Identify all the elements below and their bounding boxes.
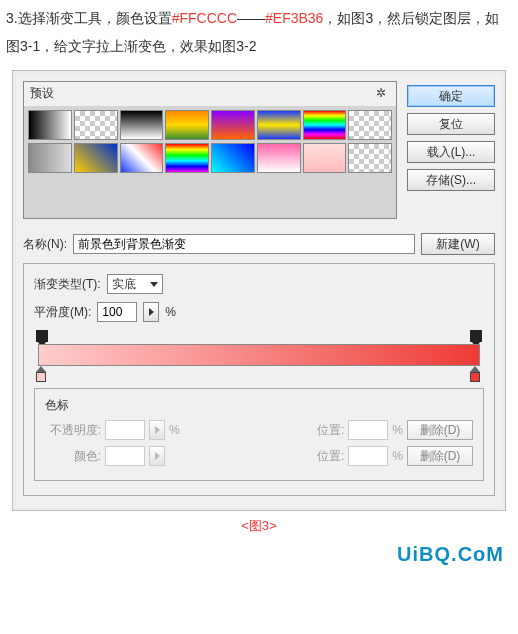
smoothness-label: 平滑度(M): (34, 304, 91, 321)
color-location-input (348, 446, 388, 466)
smoothness-unit: % (165, 305, 176, 319)
gradient-type-value: 实底 (112, 276, 136, 293)
presets-label: 预设 (30, 85, 54, 102)
opacity-input (105, 420, 145, 440)
smoothness-input[interactable] (97, 302, 137, 322)
preset-swatch[interactable] (74, 110, 118, 140)
preset-swatch[interactable] (28, 143, 72, 173)
gradient-type-label: 渐变类型(T): (34, 276, 101, 293)
gradient-preview[interactable] (38, 332, 480, 378)
preset-swatch[interactable] (257, 143, 301, 173)
preset-swatch[interactable] (165, 143, 209, 173)
color-flyout-button (149, 446, 165, 466)
color-location-unit: % (392, 449, 403, 463)
watermark: UiBQ.CoM (0, 535, 518, 566)
delete-color-stop-button[interactable]: 删除(D) (407, 446, 473, 466)
color-stop-left[interactable] (36, 366, 48, 378)
preset-swatch[interactable] (303, 143, 347, 173)
preset-swatch[interactable] (257, 110, 301, 140)
stop-swatch-icon (36, 372, 46, 382)
save-button[interactable]: 存储(S)... (407, 169, 495, 191)
name-label: 名称(N): (23, 236, 67, 253)
arrow-right-icon (149, 308, 154, 316)
opacity-unit: % (169, 423, 180, 437)
presets-empty-area (24, 178, 396, 218)
color-location-label: 位置: (288, 448, 344, 465)
opacity-location-input (348, 420, 388, 440)
chevron-down-icon (150, 282, 158, 287)
opacity-flyout-button (149, 420, 165, 440)
preset-swatch[interactable] (348, 143, 392, 173)
reset-button[interactable]: 复位 (407, 113, 495, 135)
opacity-stop-left[interactable] (36, 330, 48, 342)
stops-label: 色标 (45, 397, 473, 414)
gradient-bar[interactable] (38, 344, 480, 366)
opacity-label: 不透明度: (45, 422, 101, 439)
preset-swatch-grid[interactable] (24, 106, 396, 178)
instruction-color1: #FFCCCC (172, 10, 237, 26)
preset-swatch[interactable] (28, 110, 72, 140)
preset-swatch[interactable] (165, 110, 209, 140)
instruction-sep: —— (237, 10, 265, 26)
gradient-type-dropdown[interactable]: 实底 (107, 274, 163, 294)
preset-swatch[interactable] (74, 143, 118, 173)
load-button[interactable]: 载入(L)... (407, 141, 495, 163)
opacity-location-unit: % (392, 423, 403, 437)
opacity-stop-right[interactable] (470, 330, 482, 342)
new-button[interactable]: 新建(W) (421, 233, 495, 255)
preset-swatch[interactable] (211, 143, 255, 173)
preset-swatch[interactable] (120, 110, 164, 140)
smoothness-flyout-button[interactable] (143, 302, 159, 322)
instruction-color2: #EF3B36 (265, 10, 323, 26)
preset-swatch[interactable] (211, 110, 255, 140)
dialog-button-column: 确定 复位 载入(L)... 存储(S)... (407, 85, 495, 191)
arrow-right-icon (155, 452, 160, 460)
preset-swatch[interactable] (120, 143, 164, 173)
figure-caption: <图3> (0, 517, 518, 535)
gradient-editor-dialog: 预设 ✲ 确定 复位 载入(L)... 存储(S)... 名称(N): 新建(W… (12, 70, 506, 511)
instruction-pre: 3.选择渐变工具，颜色设置 (6, 10, 172, 26)
color-stops-track[interactable] (38, 366, 480, 378)
gradient-settings-group: 渐变类型(T): 实底 平滑度(M): % (23, 263, 495, 496)
color-swatch-input (105, 446, 145, 466)
arrow-right-icon (155, 426, 160, 434)
stops-group: 色标 不透明度: % 位置: % 删除(D) 颜色: % (34, 388, 484, 481)
ok-button[interactable]: 确定 (407, 85, 495, 107)
gradient-name-input[interactable] (73, 234, 415, 254)
color-stop-right[interactable] (470, 366, 482, 378)
opacity-stops-track[interactable] (38, 330, 480, 342)
presets-panel: 预设 ✲ (23, 81, 397, 219)
instruction-text: 3.选择渐变工具，颜色设置#FFCCCC——#EF3B36，如图3，然后锁定图层… (0, 0, 518, 64)
preset-swatch[interactable] (303, 110, 347, 140)
delete-opacity-stop-button[interactable]: 删除(D) (407, 420, 473, 440)
preset-swatch[interactable] (348, 110, 392, 140)
opacity-location-label: 位置: (288, 422, 344, 439)
stop-swatch-icon (470, 372, 480, 382)
gear-icon[interactable]: ✲ (372, 84, 390, 102)
color-label: 颜色: (45, 448, 101, 465)
